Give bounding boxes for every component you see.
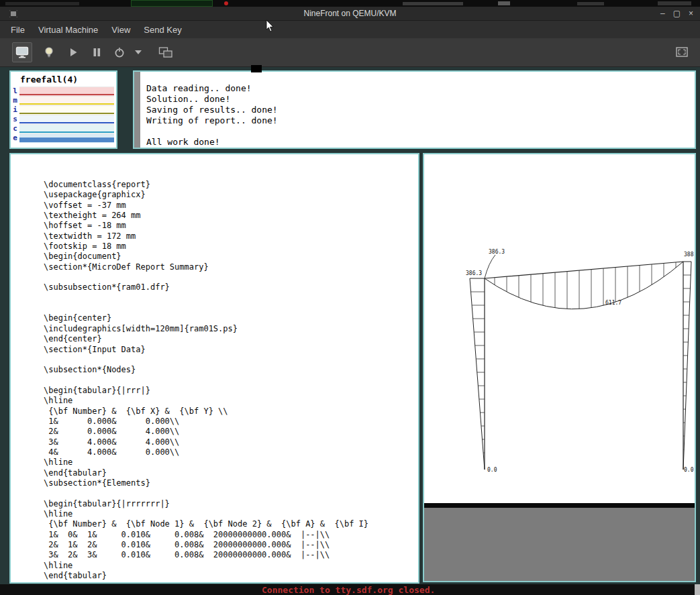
- vm-display[interactable]: freefall(4) l m i s c: [0, 67, 700, 584]
- host-record-dot: [224, 1, 228, 5]
- moment-value-beam-mid: 611.7: [605, 300, 621, 306]
- diagram-window[interactable]: 386.3 386.3 388. 611.7 0.0 0.0: [423, 153, 696, 582]
- stats-strip-row: i: [11, 105, 116, 115]
- beam-moment-curve: [485, 262, 683, 309]
- corner-arc: [485, 255, 495, 278]
- stats-strip-label: e: [11, 133, 19, 143]
- show-graphical-console-button[interactable]: [12, 42, 32, 62]
- stats-strip-line: [19, 131, 114, 133]
- stats-strip-row: m: [11, 96, 116, 105]
- maximize-button[interactable]: ▢: [673, 7, 681, 21]
- shutdown-menu-button[interactable]: [132, 42, 145, 62]
- titlebar[interactable]: NineFront on QEMU/KVM – ▢ ×: [0, 7, 700, 21]
- stats-strip-line: [19, 138, 114, 142]
- moment-diagram-canvas: 386.3 386.3 388. 611.7 0.0 0.0: [424, 154, 695, 503]
- host-battery-fragment: [498, 1, 510, 5]
- stats-strip-band: [19, 133, 114, 143]
- screen-artifact: [251, 65, 262, 72]
- stats-strip-line: [19, 122, 114, 123]
- diagram-offscreen-area: [424, 508, 695, 581]
- left-column-moment-edge: [470, 278, 485, 470]
- minimize-button[interactable]: –: [660, 7, 665, 21]
- host-taskbar-fragment: [577, 2, 604, 5]
- console-scrollbar[interactable]: [134, 72, 140, 148]
- shutdown-power-icon: [113, 46, 126, 59]
- menu-virtual-machine[interactable]: Virtual Machine: [38, 25, 98, 35]
- stats-strip-label: c: [11, 124, 19, 133]
- virtual-displays-button[interactable]: [156, 42, 176, 62]
- latex-source-text[interactable]: \documentclass{report} \usepackage{graph…: [44, 180, 368, 581]
- virtual-displays-icon: [158, 46, 173, 59]
- console-output[interactable]: Data reading.. done! Solution.. done! Sa…: [146, 83, 278, 148]
- graphical-console-monitor-icon: [15, 46, 29, 59]
- moment-value-column-left-top: 386.3: [466, 270, 482, 276]
- stats-strip-label: s: [11, 115, 19, 124]
- host-corner-fragment: [695, 584, 700, 595]
- menubar: File Virtual Machine View Send Key: [0, 21, 700, 38]
- toolbar: [0, 38, 700, 67]
- moment-value-beam-left: 386.3: [489, 249, 505, 255]
- stats-strip-row: c: [11, 124, 116, 133]
- beam-hatch: [495, 262, 676, 309]
- moment-diagram: 386.3 386.3 388. 611.7 0.0 0.0: [424, 154, 695, 503]
- window-title: NineFront on QEMU/KVM: [0, 9, 700, 18]
- stats-strip-label: i: [11, 105, 19, 115]
- fullscreen-button[interactable]: [672, 42, 692, 62]
- menu-send-key[interactable]: Send Key: [144, 25, 181, 35]
- shutdown-menu-caret-icon: [134, 50, 142, 55]
- pause-icon: [90, 46, 103, 59]
- pause-button[interactable]: [87, 42, 107, 62]
- stats-strip-line: [19, 94, 114, 95]
- moment-value-column-left-bottom: 0.0: [487, 467, 497, 473]
- close-button[interactable]: ×: [689, 7, 693, 21]
- stats-window[interactable]: freefall(4) l m i s c: [9, 70, 117, 149]
- run-play-icon: [66, 46, 80, 59]
- stats-strip-band: [19, 96, 114, 105]
- stats-strip-label: m: [11, 96, 19, 105]
- virt-manager-window: NineFront on QEMU/KVM – ▢ × File Virtual…: [0, 7, 700, 584]
- ssh-status-text: Connection to tty.sdf.org closed.: [262, 585, 435, 595]
- host-taskbar-fragment: [5, 2, 79, 5]
- stats-strip-band: [19, 124, 114, 133]
- stats-strip-line: [19, 113, 114, 114]
- host-taskbar: [0, 0, 700, 7]
- shutdown-button[interactable]: [109, 42, 130, 62]
- lightbulb-details-icon: [42, 46, 56, 59]
- host-taskbar-tab: [131, 0, 213, 7]
- stats-strip-band: [19, 115, 114, 124]
- menu-view[interactable]: View: [111, 25, 130, 35]
- moment-value-column-right-bottom: 0.0: [684, 467, 694, 473]
- diagram-divider: [424, 503, 695, 508]
- stats-strip-band: [19, 87, 114, 96]
- right-column-moment-edge: [683, 262, 691, 470]
- stats-strip-label: l: [11, 87, 19, 96]
- stats-strip-row: e: [11, 133, 116, 143]
- editor-window[interactable]: \documentclass{report} \usepackage{graph…: [9, 153, 419, 584]
- stats-strip-band: [19, 105, 114, 115]
- menu-file[interactable]: File: [11, 25, 25, 35]
- host-terminal-strip: Connection to tty.sdf.org closed.: [0, 584, 700, 595]
- mouse-cursor: [266, 20, 274, 32]
- fullscreen-icon: [674, 46, 689, 59]
- stats-strip-row: s: [11, 115, 116, 124]
- stats-strip-line: [19, 103, 114, 105]
- window-controls: – ▢ ×: [660, 7, 693, 21]
- stats-window-title: freefall(4): [11, 72, 116, 87]
- host-taskbar-fragment: [403, 2, 463, 5]
- frame-members: [485, 262, 683, 470]
- screen: NineFront on QEMU/KVM – ▢ × File Virtual…: [0, 0, 700, 595]
- host-taskbar-fragment: [658, 1, 691, 5]
- moment-value-beam-right: 388.: [684, 252, 695, 258]
- run-button[interactable]: [63, 42, 83, 62]
- show-details-button[interactable]: [39, 42, 59, 62]
- console-window[interactable]: Data reading.. done! Solution.. done! Sa…: [133, 70, 696, 149]
- stats-strip-row: l: [11, 87, 116, 96]
